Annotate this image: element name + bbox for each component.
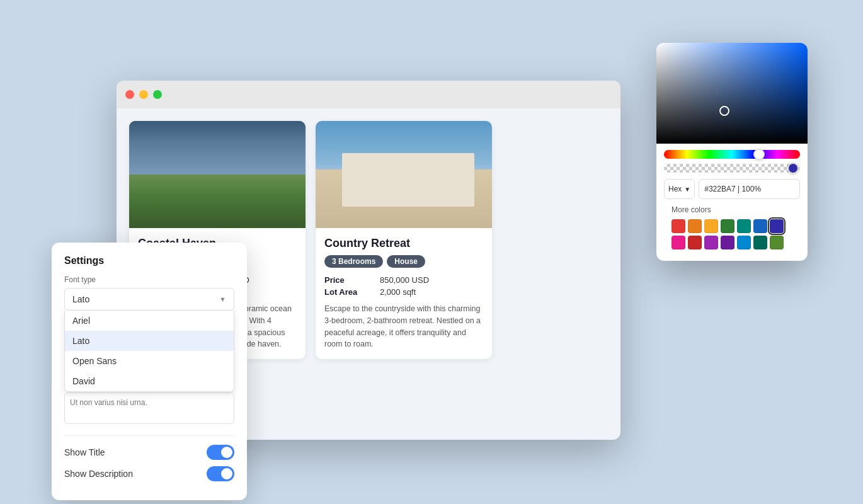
hex-row: Hex ▼ #322BA7 | 100% [664,179,800,199]
font-option-opensans[interactable]: Open Sans [65,351,234,371]
swatch-red[interactable] [672,219,685,233]
swatch-darkgreen[interactable] [753,236,767,249]
selected-font-label: Lato [72,294,89,304]
show-description-row: Show Description [64,466,234,481]
hue-thumb[interactable] [753,149,765,160]
color-gradient[interactable] [656,43,808,144]
tag-bedrooms-country: 3 Bedrooms [324,255,383,268]
card-details-country: Price 850,000 USD Lot Area 2,000 sqft [324,275,483,297]
traffic-light-yellow[interactable] [139,90,148,99]
swatch-olive[interactable] [770,236,784,249]
swatch-darkred[interactable] [688,236,702,249]
swatch-orange[interactable] [688,219,702,233]
hex-format-label: Hex [668,185,682,193]
show-description-label: Show Description [64,469,133,479]
show-title-toggle[interactable] [207,445,234,460]
chevron-down-icon: ▼ [219,295,226,303]
font-type-label: Font type [64,275,234,284]
tag-house-country: House [387,255,425,268]
traffic-light-red[interactable] [125,90,134,99]
window-titlebar [117,81,620,108]
font-select-display[interactable]: Lato ▼ [64,288,234,311]
price-value-country: 850,000 USD [380,275,483,285]
settings-title: Settings [64,255,234,266]
color-picker-panel: Hex ▼ #322BA7 | 100% More colors [656,43,808,261]
swatch-teal[interactable] [737,219,751,233]
font-option-david[interactable]: David [65,371,234,391]
property-card-country: Country Retreat 3 Bedrooms House Price 8… [316,121,492,359]
font-option-ariel[interactable]: Ariel [65,311,234,331]
traffic-light-green[interactable] [153,90,162,99]
settings-panel: Settings Font type Lato ▼ Ariel Lato Ope… [52,243,247,500]
alpha-slider[interactable] [664,164,800,173]
price-label-country: Price [324,275,375,285]
hex-value-text: #322BA7 | 100% [704,185,761,193]
area-value-country: 2,000 sqft [380,287,483,297]
hex-value-input[interactable]: #322BA7 | 100% [699,179,800,199]
card-desc-country: Escape to the countryside with this char… [324,303,483,350]
card-title-country: Country Retreat [324,237,483,250]
font-option-lato[interactable]: Lato [65,331,234,351]
font-dropdown: Ariel Lato Open Sans David [64,311,234,392]
color-swatches-row1 [664,219,800,233]
card-image-coastal [129,121,306,228]
show-description-toggle[interactable] [207,466,234,481]
show-title-row: Show Title [64,445,234,460]
color-cursor[interactable] [719,106,729,116]
hex-format-chevron: ▼ [684,186,690,193]
swatch-deeppurple[interactable] [721,236,734,249]
settings-textarea[interactable] [64,392,234,424]
tag-row-country: 3 Bedrooms House [324,255,483,268]
swatch-blue[interactable] [753,219,767,233]
more-colors-label: More colors [664,205,800,214]
area-label-country: Lot Area [324,287,375,297]
picker-controls: Hex ▼ #322BA7 | 100% More colors [656,144,808,249]
swatch-green[interactable] [721,219,734,233]
show-title-label: Show Title [64,447,105,457]
swatch-indigo[interactable] [770,219,784,233]
font-select-wrapper: Lato ▼ Ariel Lato Open Sans David [64,288,234,311]
card-body-country: Country Retreat 3 Bedrooms House Price 8… [316,228,492,359]
swatch-pink[interactable] [672,236,685,249]
swatch-yellow[interactable] [704,219,718,233]
swatch-lightblue[interactable] [737,236,751,249]
hex-format-select[interactable]: Hex ▼ [664,179,695,199]
settings-divider [64,435,234,436]
swatch-purple[interactable] [704,236,718,249]
card-image-country [316,121,492,228]
alpha-thumb[interactable] [787,163,799,174]
color-swatches-row2 [664,236,800,249]
hue-slider[interactable] [664,150,800,159]
